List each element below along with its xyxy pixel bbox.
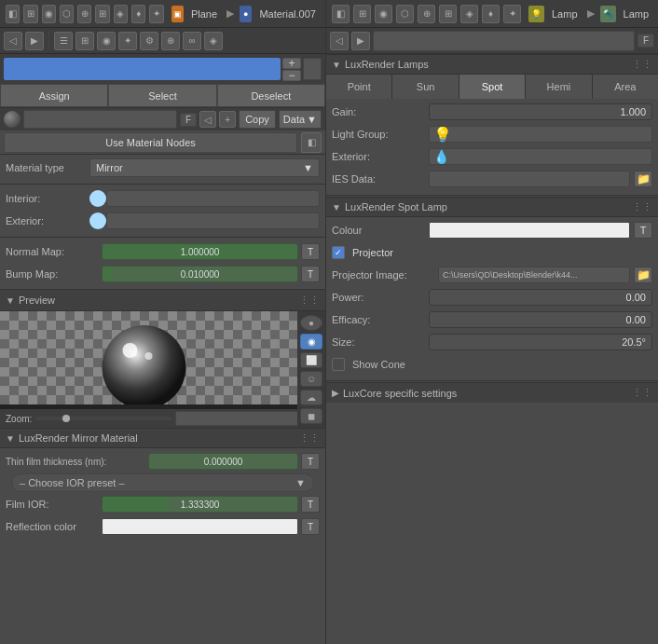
left-header-icon6[interactable]: ⊞ bbox=[95, 5, 109, 23]
preview-monkey-btn[interactable]: ☺ bbox=[300, 371, 322, 387]
right-header-icon5[interactable]: ⊕ bbox=[418, 5, 435, 23]
bump-map-field[interactable]: 0.010000 bbox=[102, 266, 298, 282]
right-header-icon4[interactable]: ⬡ bbox=[396, 5, 414, 23]
nodes-icon[interactable]: ◧ bbox=[301, 132, 322, 153]
left-header-icon3[interactable]: ◉ bbox=[42, 5, 56, 23]
toolbar-icon4[interactable]: ⊞ bbox=[75, 32, 94, 50]
mat-browse-icon[interactable]: ◁ bbox=[199, 111, 216, 128]
minus-button[interactable]: − bbox=[282, 70, 301, 81]
film-ior-field[interactable]: 1.333300 bbox=[102, 496, 298, 513]
ies-data-field[interactable] bbox=[429, 171, 630, 187]
toolbar-icon7[interactable]: ⚙ bbox=[140, 32, 158, 50]
exterior-color[interactable] bbox=[89, 212, 106, 229]
right-header-icon3[interactable]: ◉ bbox=[375, 5, 392, 23]
material-type-value: Mirror bbox=[96, 162, 123, 173]
lamp-name-input[interactable]: Lamp bbox=[373, 31, 635, 51]
left-header-icon5[interactable]: ⊕ bbox=[77, 5, 91, 23]
size-slider[interactable]: 20.5° bbox=[429, 334, 652, 350]
tab-hemi[interactable]: Hemi bbox=[526, 75, 592, 99]
lamp-icon-small[interactable]: ◁ bbox=[330, 32, 349, 50]
lux-arrow: ▼ bbox=[6, 433, 15, 444]
bump-map-t-btn[interactable]: T bbox=[301, 266, 320, 282]
right-scroll-content[interactable]: Gain: 1.000 Light Group: 💡 Exterior: 💧 bbox=[326, 99, 658, 644]
colour-swatch[interactable] bbox=[429, 222, 630, 239]
colour-t-btn[interactable]: T bbox=[634, 222, 652, 239]
deselect-button[interactable]: Deselect bbox=[217, 84, 325, 107]
ior-preset-dropdown[interactable]: – Choose IOR preset – ▼ bbox=[11, 473, 314, 492]
maps-section: Normal Map: 1.000000 T Bump Map: 0.01000… bbox=[0, 239, 325, 289]
right-header-icon7[interactable]: ◈ bbox=[460, 5, 478, 23]
tab-spot[interactable]: Spot bbox=[459, 75, 526, 99]
gain-slider[interactable]: 1.000 bbox=[429, 103, 652, 120]
toolbar-icon9[interactable]: ∞ bbox=[183, 32, 201, 50]
exterior-field[interactable]: 💧 bbox=[429, 148, 652, 165]
preview-mat-btn[interactable]: ◼ bbox=[300, 408, 322, 424]
toolbar-icon3[interactable]: ☰ bbox=[54, 32, 73, 50]
film-ior-t-btn[interactable]: T bbox=[301, 496, 320, 513]
normal-map-field[interactable]: 1.000000 bbox=[102, 243, 298, 260]
right-header-icon6[interactable]: ⊞ bbox=[439, 5, 457, 23]
right-exterior-label: Exterior: bbox=[332, 151, 425, 162]
projector-browse-btn[interactable]: 📁 bbox=[634, 267, 652, 283]
left-header-icon9[interactable]: ✦ bbox=[149, 5, 163, 23]
ies-browse-btn[interactable]: 📁 bbox=[634, 171, 652, 187]
material-scroll[interactable] bbox=[303, 58, 322, 80]
left-header-icon8[interactable]: ♦ bbox=[131, 5, 145, 23]
toolbar-icon5[interactable]: ◉ bbox=[97, 32, 116, 50]
tab-sun[interactable]: Sun bbox=[392, 75, 459, 99]
thin-film-field[interactable]: 0.000000 bbox=[148, 453, 298, 470]
material-name-row: Material.007 + − bbox=[0, 54, 325, 84]
size-value: 20.5° bbox=[622, 336, 646, 348]
preview-cube-btn[interactable]: ⬜ bbox=[300, 352, 322, 368]
assign-button[interactable]: Assign bbox=[0, 84, 108, 107]
tab-area[interactable]: Area bbox=[593, 75, 658, 99]
right-header-icon1[interactable]: ◧ bbox=[332, 5, 350, 23]
right-header-icon8[interactable]: ♦ bbox=[482, 5, 500, 23]
preview-flat-btn[interactable]: ◉ bbox=[300, 334, 322, 349]
light-group-field[interactable]: 💡 bbox=[429, 126, 652, 143]
left-scroll-content[interactable]: Material type Mirror ▼ Interior: Exterio… bbox=[0, 155, 325, 644]
lamp-icon-small2[interactable]: ▶ bbox=[351, 32, 370, 50]
toolbar-icon6[interactable]: ✦ bbox=[118, 32, 137, 50]
right-header-icon2[interactable]: ⊞ bbox=[353, 5, 371, 23]
left-header-icon2[interactable]: ⊞ bbox=[23, 5, 37, 23]
power-slider[interactable]: 0.00 bbox=[429, 289, 652, 306]
plus-button[interactable]: + bbox=[282, 58, 301, 69]
toolbar-icon8[interactable]: ⊕ bbox=[161, 32, 180, 50]
thin-film-t-btn[interactable]: T bbox=[301, 453, 320, 470]
toolbar-icon10[interactable]: ◈ bbox=[204, 32, 223, 50]
select-button[interactable]: Select bbox=[108, 84, 216, 107]
mat-name-field[interactable]: Material.007 bbox=[23, 110, 177, 129]
copy-button[interactable]: Copy bbox=[239, 110, 276, 129]
projector-checkbox[interactable]: ✓ bbox=[332, 246, 345, 259]
efficacy-row: Efficacy: 0.00 bbox=[332, 309, 652, 330]
ior-preset-label: – Choose IOR preset – bbox=[20, 477, 125, 488]
data-button[interactable]: Data ▼ bbox=[279, 110, 322, 129]
preview-sky-btn[interactable]: ☁ bbox=[300, 390, 322, 405]
left-header-icon1[interactable]: ◧ bbox=[6, 5, 20, 23]
left-header-icon4[interactable]: ⬡ bbox=[60, 5, 74, 23]
right-header-icon9[interactable]: ✦ bbox=[503, 5, 521, 23]
tab-point[interactable]: Point bbox=[326, 75, 392, 99]
projector-image-label: Projector Image: bbox=[332, 269, 434, 281]
lux-mirror-header: ▼ LuxRender Mirror Material ⋮⋮ bbox=[0, 428, 325, 448]
mat-add-icon[interactable]: + bbox=[219, 111, 236, 128]
reflection-t-btn[interactable]: T bbox=[301, 518, 320, 535]
right-bc2: Lamp bbox=[620, 8, 653, 20]
normal-map-t-btn[interactable]: T bbox=[301, 243, 320, 260]
efficacy-slider[interactable]: 0.00 bbox=[429, 311, 652, 328]
left-header-icon7[interactable]: ◈ bbox=[114, 5, 128, 23]
left-panel: ◧ ⊞ ◉ ⬡ ⊕ ⊞ ◈ ♦ ✦ ▣ Plane ▶ ● Material.0… bbox=[0, 0, 326, 644]
preview-sphere-btn[interactable]: ● bbox=[300, 315, 322, 331]
interior-color[interactable] bbox=[89, 190, 106, 207]
use-nodes-button[interactable]: Use Material Nodes bbox=[4, 132, 297, 153]
material-type-dropdown[interactable]: Mirror ▼ bbox=[89, 158, 320, 177]
toolbar-icon1[interactable]: ◁ bbox=[4, 32, 22, 50]
lux-core-header[interactable]: ▶ LuxCore specific settings ⋮⋮ bbox=[326, 382, 658, 403]
material-name-input[interactable]: Material.007 bbox=[4, 58, 281, 80]
show-cone-row: Show Cone bbox=[332, 354, 652, 375]
reflection-color[interactable] bbox=[102, 518, 298, 535]
toolbar-icon2[interactable]: ▶ bbox=[25, 32, 44, 50]
colour-row: Colour T bbox=[332, 220, 652, 240]
show-cone-checkbox[interactable] bbox=[332, 358, 345, 371]
